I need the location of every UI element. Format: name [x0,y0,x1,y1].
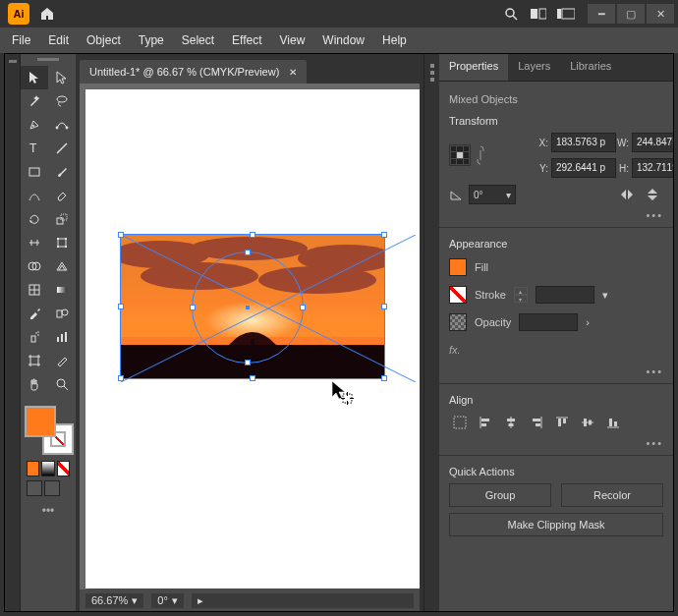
flip-vertical[interactable] [642,184,663,205]
menu-window[interactable]: Window [314,29,372,51]
document-tab[interactable]: Untitled-1* @ 66.67 % (CMYK/Preview) ✕ [80,60,307,84]
tab-properties[interactable]: Properties [439,54,508,81]
circle-selection[interactable] [192,252,304,364]
zoom-tool[interactable] [48,372,76,396]
maximize-button[interactable]: ▢ [617,4,645,24]
make-clipping-mask-button[interactable]: Make Clipping Mask [449,513,663,536]
rotation-input[interactable]: 0°▾ [469,185,516,204]
rectangle-tool[interactable] [21,160,48,184]
appearance-more[interactable]: ••• [646,365,663,377]
shape-builder-tool[interactable] [21,254,48,278]
home-button[interactable] [35,2,59,26]
free-transform-tool[interactable] [48,231,76,254]
color-mode-gradient[interactable] [41,461,54,476]
svg-point-28 [37,334,39,336]
mesh-icon [28,283,41,297]
align-hcenter[interactable] [500,412,522,433]
opacity-input[interactable] [519,313,578,331]
menu-select[interactable]: Select [174,29,222,51]
canvas[interactable] [80,84,420,589]
menu-type[interactable]: Type [131,29,172,51]
stroke-weight-stepper[interactable]: ▴▾ [514,287,528,303]
blend-tool[interactable] [48,302,76,325]
align-top[interactable] [551,412,573,433]
selection-tool[interactable] [21,66,48,89]
shaper-tool[interactable] [21,184,48,207]
rotate-tool[interactable] [21,207,48,231]
type-tool[interactable]: T [21,137,48,160]
width-tool[interactable] [21,231,48,254]
circle-handle-n[interactable] [245,250,251,255]
circle-handle-w[interactable] [190,305,196,310]
slice-tool[interactable] [48,349,76,372]
eraser-tool[interactable] [48,184,76,207]
eyedropper-tool[interactable] [21,302,48,325]
menu-help[interactable]: Help [374,29,415,51]
search-icon [503,6,519,22]
rotate-view[interactable]: 0°▾ [151,593,184,608]
pen-tool[interactable] [21,113,48,137]
stroke-swatch[interactable] [449,286,467,304]
align-vcenter[interactable] [577,412,598,433]
menu-view[interactable]: View [272,29,313,51]
align-to-icon [453,416,467,429]
tab-close-button[interactable]: ✕ [289,67,297,78]
color-mode-none[interactable] [57,461,70,476]
w-input[interactable]: 244.8475 p [632,133,673,152]
magic-wand-tool[interactable] [21,89,48,113]
tab-libraries[interactable]: Libraries [560,54,621,81]
panel-rail[interactable] [424,54,439,611]
circle-handle-s[interactable] [245,360,251,365]
align-more[interactable]: ••• [646,437,663,449]
artboard[interactable] [85,89,420,588]
align-bottom[interactable] [602,412,624,433]
scale-tool[interactable] [48,207,76,231]
menu-edit[interactable]: Edit [40,29,77,51]
mesh-tool[interactable] [21,278,48,302]
tab-layers[interactable]: Layers [508,54,560,81]
draw-mode-behind[interactable] [44,480,60,496]
align-right[interactable] [526,412,547,433]
zoom-level[interactable]: 66.67%▾ [85,593,143,608]
close-button[interactable]: ✕ [647,4,674,24]
menu-file[interactable]: File [4,29,38,51]
lasso-tool[interactable] [48,89,76,113]
draw-mode-normal[interactable] [27,480,42,496]
color-mode-solid[interactable] [27,461,39,476]
maximize-icon: ▢ [626,8,636,21]
curvature-tool[interactable] [48,113,76,137]
opacity-flyout[interactable]: › [586,316,590,328]
align-to-selector[interactable] [449,412,471,433]
stroke-weight-input[interactable] [536,286,594,304]
flip-horizontal[interactable] [616,184,638,205]
transform-more[interactable]: ••• [646,209,663,221]
gradient-tool[interactable] [48,278,76,302]
recolor-button[interactable]: Recolor [561,483,663,507]
circle-handle-e[interactable] [300,305,306,310]
fx-label[interactable]: fx. [449,344,461,356]
search-button[interactable] [499,2,523,26]
group-button[interactable]: Group [449,483,551,507]
edit-toolbar-icon[interactable]: ••• [42,504,55,518]
stroke-profile-dropdown[interactable]: ▾ [602,289,608,302]
align-left[interactable] [475,412,496,433]
reference-point[interactable] [449,144,473,166]
fill-stroke-swatches[interactable] [25,406,74,455]
arrange-docs-button[interactable] [527,2,550,26]
h-input[interactable]: 132.7119 p [632,158,673,178]
minimize-button[interactable]: ━ [588,4,615,24]
perspective-grid-tool[interactable] [48,254,76,278]
column-graph-tool[interactable] [48,325,76,349]
fill-swatch[interactable] [449,258,467,276]
paintbrush-tool[interactable] [48,160,76,184]
symbol-sprayer-tool[interactable] [21,325,48,349]
artboard-tool[interactable] [21,349,48,372]
line-tool[interactable] [48,137,76,160]
direct-selection-tool[interactable] [48,66,76,89]
workspace-switcher[interactable] [554,2,578,26]
artboard-nav[interactable]: ▸ [192,593,414,608]
menu-object[interactable]: Object [79,29,129,51]
hand-tool[interactable] [21,372,48,396]
fill-swatch[interactable] [25,406,56,437]
menu-effect[interactable]: Effect [224,29,269,51]
